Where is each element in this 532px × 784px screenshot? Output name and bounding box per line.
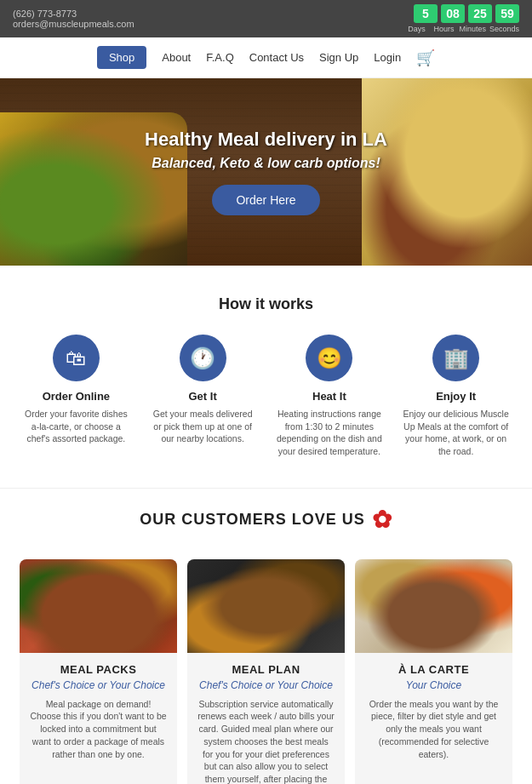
nav-contact[interactable]: Contact Us bbox=[249, 51, 304, 64]
countdown-hours: 08 bbox=[441, 4, 465, 23]
hero-content: Healthy Meal delivery in LA Balanced, Ke… bbox=[145, 129, 387, 215]
step-heat-it: 😊 Heat It Heating instructions range fro… bbox=[271, 335, 389, 458]
meal-packs-body: MEAL PACKS Chef's Choice or Your Choice … bbox=[20, 653, 177, 784]
nav-signup[interactable]: Sign Up bbox=[319, 51, 358, 64]
hero-subtitle: Balanced, Keto & low carb options! bbox=[145, 156, 387, 171]
step-order-online: 🛍 Order Online Order your favorite dishe… bbox=[17, 335, 135, 458]
step-icon-get-it: 🕐 bbox=[180, 335, 226, 381]
card-meal-packs: MEAL PACKS Chef's Choice or Your Choice … bbox=[20, 559, 177, 784]
card-meal-plan: MEAL PLAN Chef's Choice or Your Choice S… bbox=[187, 559, 345, 784]
step-desc-enjoy-it: Enjoy our delicious Muscle Up Meals at t… bbox=[401, 408, 511, 458]
countdown-section: 5 08 25 59 Days Hours Minutes Seconds bbox=[404, 4, 519, 33]
step-label-order-online: Order Online bbox=[21, 390, 131, 403]
a-la-carte-body: À LA CARTE Your Choice Order the meals y… bbox=[355, 653, 512, 784]
steps-container: 🛍 Order Online Order your favorite dishe… bbox=[17, 335, 515, 458]
meal-plan-desc: Subscription service automatically renew… bbox=[197, 698, 335, 784]
hero-title: Healthy Meal delivery in LA bbox=[145, 129, 387, 151]
step-label-heat-it: Heat It bbox=[275, 390, 385, 403]
customers-love-label: OUR CUSTOMERS LOVE US bbox=[140, 511, 365, 529]
meal-packs-title: MEAL PACKS bbox=[60, 663, 137, 676]
step-icon-heat-it: 😊 bbox=[306, 335, 352, 381]
meal-packs-image bbox=[20, 559, 177, 653]
countdown-seconds: 59 bbox=[495, 4, 519, 23]
cart-icon[interactable]: 🛒 bbox=[416, 49, 435, 67]
countdown-labels: Days Hours Minutes Seconds bbox=[404, 25, 519, 33]
how-it-works-section: How it works 🛍 Order Online Order your f… bbox=[0, 266, 532, 479]
label-minutes: Minutes bbox=[459, 25, 486, 33]
a-la-carte-desc: Order the meals you want by the piece, f… bbox=[365, 698, 502, 784]
meal-plan-image bbox=[187, 559, 345, 653]
countdown-boxes: 5 08 25 59 bbox=[414, 4, 519, 23]
hero-section: Healthy Meal delivery in LA Balanced, Ke… bbox=[0, 78, 532, 266]
step-get-it: 🕐 Get It Get your meals delivered or pic… bbox=[144, 335, 262, 458]
nav-login[interactable]: Login bbox=[374, 51, 401, 64]
label-seconds: Seconds bbox=[489, 25, 519, 33]
a-la-carte-image bbox=[355, 559, 512, 653]
step-desc-get-it: Get your meals delivered or pick them up… bbox=[148, 408, 258, 445]
hero-food-right-img bbox=[362, 78, 532, 266]
step-label-enjoy-it: Enjoy It bbox=[401, 390, 511, 403]
meal-plan-body: MEAL PLAN Chef's Choice or Your Choice S… bbox=[187, 653, 345, 784]
nav-shop[interactable]: Shop bbox=[97, 46, 146, 69]
nav-about[interactable]: About bbox=[162, 51, 191, 64]
step-enjoy-it: 🏢 Enjoy It Enjoy our delicious Muscle Up… bbox=[397, 335, 515, 458]
cards-section: MEAL PACKS Chef's Choice or Your Choice … bbox=[0, 542, 532, 784]
meal-plan-subtitle: Chef's Choice or Your Choice bbox=[199, 679, 333, 691]
step-desc-heat-it: Heating instructions range from 1:30 to … bbox=[275, 408, 385, 458]
phone-number: (626) 773-8773 bbox=[13, 9, 134, 19]
step-icon-order-online: 🛍 bbox=[53, 335, 100, 381]
step-desc-order-online: Order your favorite dishes a-la-carte, o… bbox=[21, 408, 131, 445]
customers-love-text: OUR CUSTOMERS LOVE US ✿ bbox=[140, 506, 392, 534]
how-it-works-title: How it works bbox=[17, 295, 515, 313]
nav-faq[interactable]: F.A.Q bbox=[206, 51, 234, 64]
meal-packs-desc: Meal package on demand! Choose this if y… bbox=[30, 698, 167, 784]
countdown-minutes: 25 bbox=[468, 4, 492, 23]
a-la-carte-title: À LA CARTE bbox=[398, 663, 469, 676]
step-icon-enjoy-it: 🏢 bbox=[432, 335, 479, 381]
hero-order-button[interactable]: Order Here bbox=[212, 185, 319, 215]
top-bar: (626) 773-8773 orders@muscleupmeals.com … bbox=[0, 0, 532, 37]
countdown-days: 5 bbox=[414, 4, 438, 23]
a-la-carte-subtitle: Your Choice bbox=[406, 679, 461, 691]
meal-plan-title: MEAL PLAN bbox=[232, 663, 300, 676]
label-days: Days bbox=[404, 25, 428, 33]
card-a-la-carte: À LA CARTE Your Choice Order the meals y… bbox=[355, 559, 512, 784]
social-proof-section: OUR CUSTOMERS LOVE US ✿ bbox=[0, 488, 532, 542]
meal-packs-subtitle: Chef's Choice or Your Choice bbox=[31, 679, 165, 691]
navigation: Shop About F.A.Q Contact Us Sign Up Logi… bbox=[0, 37, 532, 78]
yelp-icon: ✿ bbox=[372, 506, 392, 534]
email-address: orders@muscleupmeals.com bbox=[13, 19, 134, 29]
label-hours: Hours bbox=[432, 25, 455, 33]
contact-info: (626) 773-8773 orders@muscleupmeals.com bbox=[13, 9, 134, 29]
step-label-get-it: Get It bbox=[148, 390, 258, 403]
